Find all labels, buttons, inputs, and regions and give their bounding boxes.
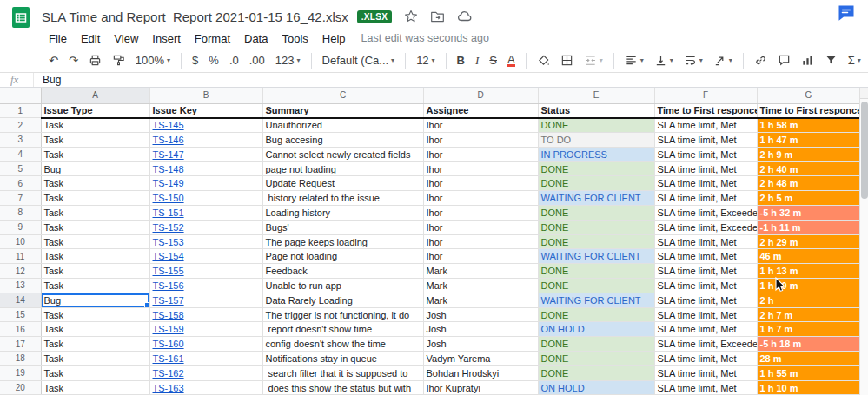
cell-G14[interactable]: 2 h — [757, 293, 860, 307]
menu-edit[interactable]: Edit — [74, 30, 107, 47]
document-title[interactable]: SLA Time and Report Report 2021-01-15 16… — [42, 10, 348, 24]
cell-A1[interactable]: Issue Type — [41, 103, 149, 118]
cell-C13[interactable]: Unable to run app — [262, 279, 423, 293]
row-header-13[interactable]: 13 — [0, 279, 41, 293]
cell-F17[interactable]: SLA time limit, Exceeded — [654, 337, 757, 352]
cell-G11[interactable]: 46 m — [757, 249, 860, 264]
cell-C18[interactable]: Notifications stay in queue — [262, 352, 423, 366]
cell-G9[interactable]: -1 h 11 m — [757, 220, 860, 234]
cell-G1[interactable]: Time to First responce — [757, 103, 860, 118]
merge-cells-button[interactable]: ▾ — [584, 54, 603, 67]
cell-B4[interactable]: TS-147 — [149, 147, 262, 161]
cell-B7[interactable]: TS-150 — [149, 191, 262, 206]
cell-G18[interactable]: 28 m — [757, 352, 860, 366]
cell-B5[interactable]: TS-148 — [149, 161, 262, 176]
column-header-G[interactable]: G — [757, 88, 860, 103]
cell-D9[interactable]: Ihor — [423, 220, 538, 234]
cell-D13[interactable]: Mark — [423, 279, 538, 293]
formula-input[interactable]: Bug — [43, 74, 61, 86]
cell-F10[interactable]: SLA time limit, Met — [654, 234, 757, 249]
print-button[interactable] — [89, 54, 102, 67]
menu-insert[interactable]: Insert — [145, 30, 188, 47]
cell-D7[interactable]: Ihor — [423, 191, 538, 206]
row-header-5[interactable]: 5 — [0, 161, 41, 176]
text-wrap-button[interactable]: ▾ — [684, 54, 703, 67]
cell-B19[interactable]: TS-162 — [149, 365, 262, 380]
cell-E2[interactable]: DONE — [538, 118, 654, 133]
cell-E10[interactable]: DONE — [538, 234, 654, 249]
cell-G7[interactable]: 2 h 5 m — [757, 191, 860, 206]
cell-B2[interactable]: TS-145 — [149, 118, 262, 133]
cell-E7[interactable]: WAITING FOR CLIENT — [538, 191, 654, 206]
cell-D16[interactable]: Josh — [423, 322, 538, 337]
cell-G8[interactable]: -5 h 32 m — [757, 206, 860, 221]
cell-A17[interactable]: Task — [41, 337, 149, 352]
cell-A5[interactable]: Bug — [41, 161, 149, 176]
cell-F9[interactable]: SLA time limit, Exceeded — [654, 220, 757, 234]
horizontal-align-button[interactable]: ▾ — [625, 54, 644, 67]
menu-help[interactable]: Help — [315, 30, 353, 47]
row-header-12[interactable]: 12 — [0, 264, 41, 279]
cell-G3[interactable]: 1 h 47 m — [757, 133, 860, 148]
font-select[interactable]: Default (Ca...▾ — [322, 54, 395, 67]
cell-F2[interactable]: SLA time limit, Met — [654, 118, 757, 133]
cell-D1[interactable]: Assignee — [423, 103, 538, 118]
fill-color-button[interactable] — [537, 54, 550, 67]
cell-A16[interactable]: Task — [41, 322, 149, 337]
cell-B14[interactable]: TS-157 — [149, 293, 262, 307]
text-color-button[interactable]: A — [507, 55, 515, 67]
cell-B13[interactable]: TS-156 — [149, 279, 262, 293]
cell-A3[interactable]: Task — [41, 133, 149, 148]
cell-F12[interactable]: SLA time limit, Met — [654, 264, 757, 279]
cell-F20[interactable]: SLA time limit, Met — [654, 380, 757, 395]
cell-D15[interactable]: Josh — [423, 307, 538, 322]
cell-F19[interactable]: SLA time limit, Met — [654, 365, 757, 380]
row-header-11[interactable]: 11 — [0, 249, 41, 264]
cell-D2[interactable]: Ihor — [423, 118, 538, 133]
row-header-17[interactable]: 17 — [0, 337, 41, 352]
cell-G10[interactable]: 2 h 29 m — [757, 234, 860, 249]
menu-view[interactable]: View — [107, 30, 145, 47]
cell-G20[interactable]: 1 h 10 m — [757, 380, 860, 395]
cell-C14[interactable]: Data Rarely Loading — [262, 293, 423, 307]
font-size-select[interactable]: 12▾ — [416, 54, 434, 67]
row-header-3[interactable]: 3 — [0, 133, 41, 148]
last-edit-link[interactable]: Last edit was seconds ago — [361, 32, 489, 44]
cell-C16[interactable]: report doesn't show time — [262, 322, 423, 337]
cell-G2[interactable]: 1 h 58 m — [757, 118, 860, 133]
cell-D6[interactable]: Ihor — [423, 176, 538, 191]
cell-F14[interactable]: SLA time limit, Met — [654, 293, 757, 307]
cell-E11[interactable]: WAITING FOR CLIENT — [538, 249, 654, 264]
row-header-14[interactable]: 14 — [0, 293, 41, 307]
cell-G5[interactable]: 2 h 40 m — [757, 161, 860, 176]
cell-F4[interactable]: SLA time limit, Met — [654, 147, 757, 161]
cell-G6[interactable]: 2 h 48 m — [757, 176, 860, 191]
functions-button[interactable]: Σ▾ — [848, 54, 861, 67]
cell-E5[interactable]: DONE — [538, 161, 654, 176]
cell-F5[interactable]: SLA time limit, Met — [654, 161, 757, 176]
cell-B10[interactable]: TS-153 — [149, 234, 262, 249]
cell-A14[interactable]: Bug — [41, 293, 149, 307]
cell-C3[interactable]: Bug accesing — [262, 133, 423, 148]
cell-A15[interactable]: Task — [41, 307, 149, 322]
cell-C6[interactable]: Update Request — [262, 176, 423, 191]
bold-button[interactable]: B — [457, 54, 465, 67]
undo-button[interactable]: ↶ — [49, 54, 58, 67]
increase-decimal-button[interactable]: .00 — [249, 54, 265, 67]
cell-B12[interactable]: TS-155 — [149, 264, 262, 279]
vertical-scrollbar[interactable] — [859, 88, 868, 395]
cell-A11[interactable]: Task — [41, 249, 149, 264]
menu-data[interactable]: Data — [237, 30, 275, 47]
insert-link-button[interactable] — [754, 54, 767, 67]
cell-C17[interactable]: config doesn't show the time — [262, 337, 423, 352]
cell-A4[interactable]: Task — [41, 147, 149, 161]
cell-E13[interactable]: DONE — [538, 279, 654, 293]
cell-G4[interactable]: 2 h 9 m — [757, 147, 860, 161]
cell-B1[interactable]: Issue Key — [149, 103, 262, 118]
row-header-15[interactable]: 15 — [0, 307, 41, 322]
menu-file[interactable]: File — [42, 30, 74, 47]
cell-A13[interactable]: Task — [41, 279, 149, 293]
cell-B18[interactable]: TS-161 — [149, 352, 262, 366]
cell-F18[interactable]: SLA time limit, Met — [654, 352, 757, 366]
cell-F7[interactable]: SLA time limit, Met — [654, 191, 757, 206]
